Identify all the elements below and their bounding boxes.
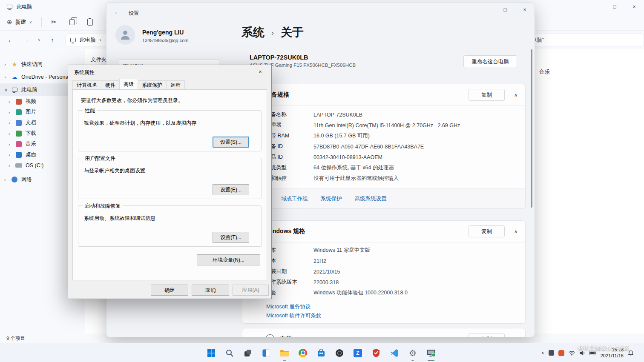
link-domain-or-workgroup[interactable]: 域或工作组 [281,195,308,202]
tab-system-protection[interactable]: 系统保护 [138,80,167,89]
support-header[interactable]: ? 支持 复制 ∧ [242,328,525,337]
chevron-right-icon[interactable]: › [4,62,11,67]
vscode-button[interactable] [386,345,403,362]
chevron-up-icon[interactable]: ∧ [514,336,518,338]
chrome-button[interactable] [294,345,311,362]
chevron-right-icon[interactable]: › [99,37,101,43]
tab-hardware[interactable]: 硬件 [101,80,120,89]
cut-icon[interactable]: ✂ [51,18,57,26]
chevron-right-icon[interactable]: › [4,74,11,80]
support-icon: ? [265,334,275,337]
device-specs-rows: 设备名称LAPTOP-72SUK0LB 处理器11th Gen Intel(R)… [242,105,525,188]
spec-label: 产品 ID [265,154,313,161]
maximize-icon[interactable]: □ [605,0,624,14]
store-icon [317,349,325,357]
link-microsoft-software-license[interactable]: Microsoft 软件许可条款 [266,311,525,320]
folder-icon [280,349,289,357]
settings-window-controls: – □ × [476,3,535,17]
chevron-right-icon[interactable]: › [9,110,15,115]
copy-button[interactable]: 复制 [469,225,505,237]
maximize-icon[interactable]: □ [495,3,515,17]
sidebar-item-label: 图片 [26,108,36,116]
breadcrumb-system[interactable]: 系统 [242,25,264,40]
copy-icon[interactable] [69,19,75,25]
ok-button[interactable]: 确定 [151,285,188,296]
cancel-button[interactable]: 取消 [192,285,229,296]
up-button[interactable]: ↑ [47,34,58,46]
chevron-right-icon[interactable]: › [4,177,11,182]
chevron-right-icon[interactable]: › [9,99,15,104]
microsoft-store-button[interactable] [313,345,330,362]
link-system-protection[interactable]: 系统保护 [321,195,342,202]
windows-specs-header[interactable]: Windows 规格 复制 ∧ [242,221,525,242]
tray-app-red-icon[interactable] [558,350,564,356]
spec-row: 产品 ID00342-30410-08913-AAOEM [242,152,525,162]
sidebar-item-label: 文档 [26,119,36,126]
tray-app-icon[interactable] [549,350,554,356]
spec-row: 系统类型64 位操作系统, 基于 x64 的处理器 [242,162,525,173]
tab-remote[interactable]: 远程 [166,80,185,89]
chevron-right-icon[interactable]: › [9,163,15,168]
system-properties-app-button[interactable] [423,345,440,362]
close-icon[interactable]: × [624,0,644,14]
close-icon[interactable]: × [253,67,267,77]
chrome-icon [299,349,307,357]
chevron-right-icon[interactable]: › [9,152,15,157]
drive-icon [15,163,22,168]
copy-button[interactable]: 复制 [469,333,505,337]
breadcrumb: 系统 › 关于 [242,25,304,40]
performance-settings-button[interactable]: 设置(S)... [213,137,249,148]
spec-label: 设备名称 [265,111,313,118]
file-explorer-button[interactable] [276,345,293,362]
copy-button[interactable]: 复制 [469,89,505,101]
chevron-up-icon[interactable]: ∧ [514,229,518,234]
address-location[interactable]: 此电脑 [80,37,96,44]
scrollbar[interactable] [531,49,532,208]
link-advanced-system-settings[interactable]: 高级系统设置 [355,195,387,202]
user-profiles-settings-button[interactable]: 设置(E)... [213,184,249,195]
avatar[interactable] [115,25,135,45]
device-specs-header[interactable]: 设备规格 复制 ∧ [242,84,525,105]
wifi-icon[interactable] [569,351,575,356]
back-button[interactable]: ← [5,34,16,46]
chevron-up-icon[interactable]: ∧ [514,92,518,98]
page-title: 关于 [281,25,304,40]
chevron-down-icon[interactable]: ∨ [4,87,11,93]
minimize-icon[interactable]: – [585,0,605,14]
shield-icon [372,348,380,358]
start-button[interactable] [203,345,220,362]
forward-button[interactable]: → [20,34,32,46]
rename-pc-button[interactable]: 重命名这台电脑 [463,55,517,68]
minimize-icon[interactable]: – [476,3,495,17]
sidebar-item-label: 此电脑 [21,86,37,94]
dark-circle-app-button[interactable] [331,345,348,362]
paste-icon[interactable] [87,19,93,26]
active-indicator [428,360,434,361]
group-description: 与登录帐户相关的桌面设置 [84,167,145,174]
link-microsoft-services-agreement[interactable]: Microsoft 服务协议 [266,302,525,311]
z-app-icon [354,349,362,357]
spec-label: 处理器 [265,122,313,129]
show-desktop-button[interactable] [640,343,641,362]
chevron-right-icon[interactable]: › [9,131,15,136]
recent-locations-icon[interactable]: ∨ [36,34,43,46]
z-app-button[interactable] [349,345,366,362]
back-button[interactable]: ← [114,9,120,15]
close-icon[interactable]: × [515,3,535,17]
tab-advanced[interactable]: 高级 [119,79,138,89]
widgets-button[interactable] [258,345,275,362]
chevron-up-icon[interactable]: ∧ [541,351,544,355]
new-button[interactable]: ⊕ 新建 ∨ [7,18,32,26]
apply-button[interactable]: 应用(A) [233,285,269,296]
search-button[interactable] [221,345,238,362]
chevron-right-icon[interactable]: › [9,120,15,125]
environment-variables-button[interactable]: 环境变量(N)... [197,254,260,265]
security-app-button[interactable] [368,345,385,362]
settings-app-button[interactable]: ⚙ [404,345,421,362]
chevron-right-icon[interactable]: › [9,142,15,147]
sidebar-item-label: 桌面 [26,151,36,158]
tab-computer-name[interactable]: 计算机名 [72,80,101,89]
microsoft-links: Microsoft 服务协议 Microsoft 软件许可条款 [242,301,525,324]
task-view-button[interactable] [239,345,256,362]
startup-recovery-settings-button[interactable]: 设置(T)... [213,232,249,243]
